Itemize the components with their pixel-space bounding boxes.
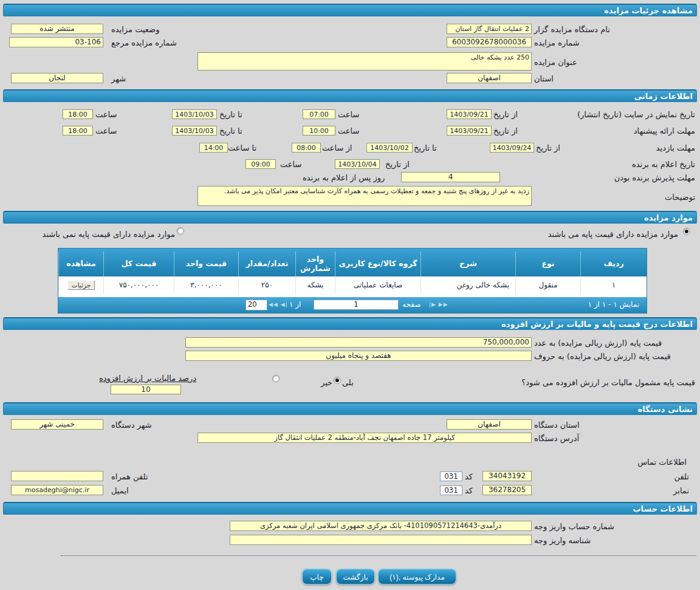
auction-title-field[interactable]: 250 عدد بشکه خالی xyxy=(197,52,532,70)
offer-to-date-label: تا تاریخ xyxy=(219,126,242,135)
back-button[interactable]: بازگشت xyxy=(336,569,375,585)
col-view: مشاهده xyxy=(58,252,103,276)
phone-code-field[interactable]: 031 xyxy=(440,472,462,481)
visit-to-date-label: تا تاریخ xyxy=(414,143,437,153)
cell-group: ضایعات عملیاتی xyxy=(335,276,420,293)
notes-label: توضیحات xyxy=(665,193,695,202)
base-price-words-field[interactable]: هفتصد و پنجاه میلیون xyxy=(185,351,532,361)
items-table-header: ردیف نوع شرح گروه کالا/نوع کاربری واحد ش… xyxy=(58,249,647,276)
accept-suffix-label: روز پس از اعلام به برنده xyxy=(303,173,385,182)
accept-row-label: مهلت پذیرش برنده بودن xyxy=(614,173,695,182)
announce-time-label: ساعت xyxy=(280,160,301,169)
pager-of-label: از ۱ xyxy=(289,300,301,309)
contact-info-title: اطلاعات تماس xyxy=(637,458,687,467)
visit-from-hour-field[interactable]: 08:00 xyxy=(292,143,321,153)
vat-no-radio[interactable] xyxy=(272,375,280,382)
ref-number-label: شماره مزایده مرجع xyxy=(111,38,177,47)
email-field[interactable]: mosadeghi@nigc.ir xyxy=(11,485,103,495)
visit-to-date-field[interactable]: 1403/10/02 xyxy=(366,143,413,153)
offer-from-date-field[interactable]: 1403/09/21 xyxy=(447,126,492,135)
page-size-select[interactable]: 20 xyxy=(245,300,267,310)
visit-to-hour-field[interactable]: 14:00 xyxy=(199,143,228,153)
agency-label: نام دستگاه مزایده گزار xyxy=(534,25,610,34)
agency-city-label: شهر دستگاه xyxy=(111,420,152,430)
fax-field[interactable]: 36278205 xyxy=(482,485,532,495)
vat-yes-radio[interactable] xyxy=(334,377,341,384)
publish-from-time-label: ساعت xyxy=(338,110,359,119)
pricing-section-title: اطلاعات درج قیمت پایه و مالیات بر ارزش ا… xyxy=(501,320,693,329)
city-field[interactable]: لنجان xyxy=(11,73,103,83)
pager-forward-icons[interactable]: ▶▶ ▶| xyxy=(429,301,448,307)
publish-to-date-field[interactable]: 1403/10/03 xyxy=(172,109,217,119)
radio-with-base-price[interactable] xyxy=(683,228,690,235)
phone-field[interactable]: 34043192 xyxy=(482,471,532,481)
visit-from-date-field[interactable]: 1403/09/24 xyxy=(490,143,534,153)
cell-view: جزئیات xyxy=(58,276,103,293)
cell-desc: بشکه خالی روغن xyxy=(420,276,515,293)
auction-number-label: شماره مزایده xyxy=(534,38,580,47)
fax-code-field[interactable]: 031 xyxy=(440,485,462,495)
publish-row-label: تاریخ نمایش در سایت (تاریخ انتشار) xyxy=(577,110,695,119)
pager-page-label: صفحه xyxy=(402,300,420,309)
base-price-numeric-label: قیمت پایه (ارزش ریالی مزایده) به عدد xyxy=(534,338,662,348)
account-section-title: اطلاعات حساب xyxy=(633,504,693,513)
offer-from-time-field[interactable]: 10:00 xyxy=(303,126,335,135)
visit-from-hour-label: از ساعت xyxy=(322,143,352,153)
col-type: نوع xyxy=(515,252,580,276)
visit-row-label: مهلت بازدید xyxy=(656,143,695,153)
offer-to-date-field[interactable]: 1403/10/03 xyxy=(172,126,217,135)
page-number-input[interactable]: 1 xyxy=(314,300,399,310)
radio-without-base-price[interactable] xyxy=(177,227,184,235)
agency-province-field[interactable]: اصفهان xyxy=(447,419,532,430)
cell-total: ۷۵۰,۰۰۰,۰۰۰ xyxy=(103,276,174,293)
timing-section-bar: اطلاعات زمانی xyxy=(3,89,697,102)
page-title-bar: مشاهده جزئیات مزایده xyxy=(3,4,697,16)
status-field[interactable]: منتشر شده xyxy=(11,24,103,34)
vat-question-label: قیمت پایه مشمول مالیات بر ارزش افزوده می… xyxy=(521,378,695,387)
accept-days-field[interactable]: 4 xyxy=(401,172,500,182)
ref-number-field[interactable]: 03-106 xyxy=(9,37,103,47)
attachments-button[interactable]: مدارک پیوسته ,(۱) xyxy=(378,569,456,585)
publish-to-date-label: تا تاریخ xyxy=(219,110,242,119)
agency-address-label: آدرس دستگاه xyxy=(534,434,579,443)
publish-from-time-field[interactable]: 07:00 xyxy=(303,109,335,119)
agency-field[interactable]: 2 عملیات انتقال گاز استان xyxy=(447,24,532,34)
auction-number-field[interactable]: 6003092678000036 xyxy=(447,37,532,47)
account-number-field[interactable]: درآمدی-4101090571214643- بانک مرکزی جمهو… xyxy=(230,521,532,531)
print-button[interactable]: چاپ xyxy=(302,569,332,585)
visit-from-date-label: از تاریخ xyxy=(536,143,560,153)
publish-from-date-label: از تاریخ xyxy=(493,110,518,119)
items-section-title: موارد مزایده xyxy=(644,213,693,222)
base-price-numeric-field[interactable]: 750,000,000 xyxy=(185,337,532,348)
agency-city-field[interactable]: خمینی شهر xyxy=(11,419,103,430)
publish-to-time-field[interactable]: 18:00 xyxy=(63,109,93,119)
col-desc: شرح xyxy=(420,252,515,276)
vat-percent-field[interactable]: 10 xyxy=(111,385,181,394)
pager-back-icons[interactable]: |◀ ◀◀ xyxy=(269,301,288,307)
phone-code-label: کد xyxy=(465,472,473,481)
announce-date-field[interactable]: 1403/10/04 xyxy=(335,159,380,169)
province-field[interactable]: اصفهان xyxy=(447,73,532,83)
email-label: ایمیل xyxy=(111,486,129,495)
auction-title-label: عنوان مزایده xyxy=(534,58,577,67)
details-button[interactable]: جزئیات xyxy=(67,280,95,290)
items-table: ردیف نوع شرح گروه کالا/نوع کاربری واحد ش… xyxy=(58,248,647,314)
offer-to-time-field[interactable]: 18:00 xyxy=(63,126,93,135)
pager-summary: نمایش ۱ - ۱ از ۱ xyxy=(588,300,639,309)
offer-row-label: مهلت ارائه پیشنهاد xyxy=(634,126,695,135)
publish-from-date-field[interactable]: 1403/09/21 xyxy=(447,109,492,119)
publish-to-time-label: ساعت xyxy=(95,110,117,119)
offer-from-time-label: ساعت xyxy=(338,126,359,135)
account-section-bar: اطلاعات حساب xyxy=(3,502,697,515)
announce-time-field[interactable]: 09:00 xyxy=(245,159,276,169)
col-rank: ردیف xyxy=(580,252,647,276)
agency-address-field[interactable]: کیلومتر 17 جاده اصفهان نجف آباد-منطقه 2 … xyxy=(197,433,532,443)
deposit-id-field[interactable] xyxy=(230,535,532,545)
col-unit: واحد شمارش xyxy=(295,252,335,276)
mobile-field[interactable] xyxy=(11,471,103,481)
notes-field[interactable]: زدید به غیر از روزهای پنج شنبه و جمعه و … xyxy=(197,186,532,206)
timing-section-title: اطلاعات زمانی xyxy=(634,92,693,101)
cell-rank: ۱ xyxy=(580,276,647,293)
col-total: قیمت کل xyxy=(103,252,174,276)
offer-to-time-label: ساعت xyxy=(95,126,117,135)
